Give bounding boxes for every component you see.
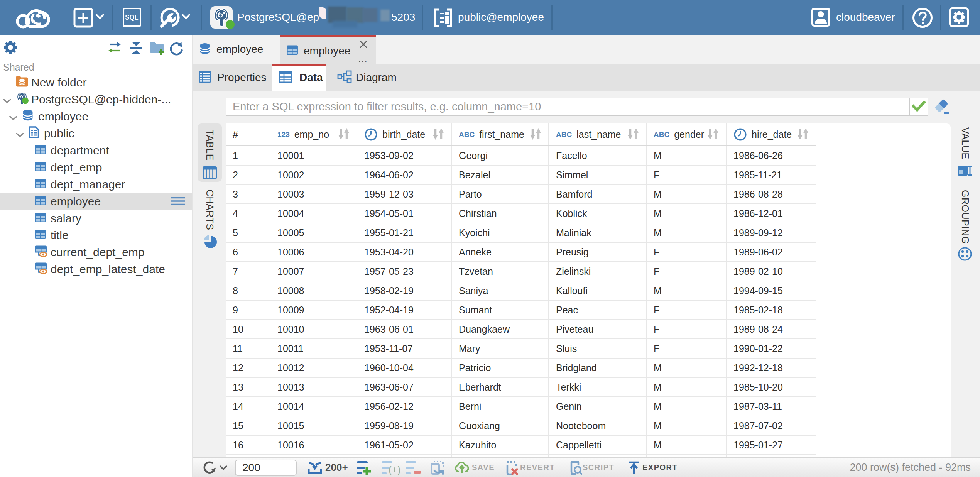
cell[interactable]: 1989-02-10	[726, 262, 816, 281]
cell[interactable]: Koblick	[549, 204, 646, 223]
cell[interactable]: 10011	[270, 339, 357, 358]
chevron-down-icon[interactable]	[181, 13, 191, 21]
cell[interactable]: 1959-12-03	[357, 184, 451, 204]
cell[interactable]: 10002	[270, 165, 357, 184]
tab-data[interactable]: Data	[272, 64, 326, 91]
cell[interactable]: 1958-02-19	[357, 281, 451, 300]
sidebar-settings-gear-icon[interactable]	[3, 40, 18, 56]
user-name[interactable]: cloudbeaver	[836, 0, 895, 35]
fetch-more-label[interactable]: 200+	[325, 458, 348, 477]
cell[interactable]	[226, 455, 270, 457]
sort-icon[interactable]	[796, 127, 809, 142]
cell[interactable]: 10005	[270, 223, 357, 242]
cell[interactable]: 1956-02-12	[357, 397, 451, 416]
cell[interactable]: 5	[226, 223, 270, 242]
cell[interactable]: 1986-12-01	[726, 204, 816, 223]
chevron-down-icon[interactable]	[9, 110, 17, 123]
table-row[interactable]: 16100161961-05-02KazuhitoCappellettiM199…	[226, 435, 816, 455]
cell[interactable]: M	[646, 146, 726, 165]
column-header-last_name[interactable]: ABClast_name	[549, 123, 646, 146]
tab-employee-table[interactable]: employee ...	[280, 35, 376, 64]
table-row[interactable]: 15100151959-08-19GuoxiangNooteboomM1987-…	[226, 416, 816, 435]
table-row[interactable]: 10100101963-06-01DuangkaewPiveteauF1989-…	[226, 320, 816, 339]
cell[interactable]: 13	[226, 377, 270, 397]
cell[interactable]: 1955-01-21	[357, 223, 451, 242]
cell[interactable]: F	[646, 320, 726, 339]
cell[interactable]: Genin	[549, 397, 646, 416]
script-icon[interactable]	[567, 458, 582, 477]
cell[interactable]: 10014	[270, 397, 357, 416]
cell[interactable]: Sluis	[549, 339, 646, 358]
refresh-tree-icon[interactable]	[169, 41, 184, 58]
cell[interactable]: 3	[226, 184, 270, 204]
table-row[interactable]: 1100011953-09-02GeorgiFacelloM1986-06-26	[226, 146, 816, 165]
cell[interactable]: M	[646, 281, 726, 300]
chevron-down-icon[interactable]	[95, 13, 105, 21]
cell[interactable]: Maliniak	[549, 223, 646, 242]
chevron-down-icon[interactable]	[220, 465, 227, 470]
cell[interactable]: F	[646, 339, 726, 358]
sort-icon[interactable]	[706, 127, 720, 142]
export-button[interactable]: EXPORT	[642, 458, 678, 477]
cell[interactable]: 10007	[270, 262, 357, 281]
cell[interactable]: M	[646, 358, 726, 377]
cloudbeaver-logo-icon[interactable]	[14, 4, 53, 32]
tree-item-department[interactable]: department	[0, 142, 192, 159]
cell[interactable]: Eberhardt	[451, 377, 549, 397]
cell[interactable]: F	[646, 262, 726, 281]
cell[interactable]: 1952-04-19	[357, 300, 451, 320]
cell[interactable]: Facello	[549, 146, 646, 165]
cell[interactable]: 1989-06-02	[726, 242, 816, 262]
cell[interactable]: 1954-05-01	[357, 204, 451, 223]
cell[interactable]: 1957-05-23	[357, 262, 451, 281]
schema-icon[interactable]	[433, 8, 453, 29]
cell[interactable]: 1990-01-22	[726, 339, 816, 358]
cell[interactable]: 1953-09-02	[357, 146, 451, 165]
sync-connection-icon[interactable]	[108, 41, 121, 56]
table-row[interactable]: 7100071957-05-23TzvetanZielinskiF1989-02…	[226, 262, 816, 281]
cell[interactable]: Simmel	[549, 165, 646, 184]
cell[interactable]: Patricio	[451, 358, 549, 377]
cell[interactable]: 8	[226, 281, 270, 300]
cell[interactable]: 1992-12-18	[726, 358, 816, 377]
tab-grouping-panel[interactable]: GROUPING	[951, 190, 979, 263]
tab-diagram[interactable]: Diagram	[326, 64, 404, 91]
cell[interactable]	[451, 455, 549, 457]
table-row[interactable]: 2100021964-06-02BezalelSimmelF1985-11-21	[226, 165, 816, 184]
connection-name[interactable]: PostgreSQL@ep	[237, 0, 319, 35]
column-header-hire_date[interactable]: hire_date	[726, 123, 816, 146]
cell[interactable]: 1953-11-07	[357, 339, 451, 358]
tools-icon[interactable]	[159, 7, 181, 30]
sort-icon[interactable]	[627, 127, 640, 142]
table-row[interactable]: 14100141956-02-12BerniGeninM1987-03-11	[226, 397, 816, 416]
cell[interactable]: F	[646, 165, 726, 184]
cell[interactable]: 1985-11-21	[726, 165, 816, 184]
cell[interactable]	[270, 455, 357, 457]
column-header-first_name[interactable]: ABCfirst_name	[451, 123, 549, 146]
tree-item-dept-manager[interactable]: dept_manager	[0, 176, 192, 193]
chevron-down-icon[interactable]	[16, 127, 24, 140]
cell[interactable]: Saniya	[451, 281, 549, 300]
refresh-results-icon[interactable]	[202, 458, 227, 477]
cell[interactable]: Georgi	[451, 146, 549, 165]
cell[interactable]: 7	[226, 262, 270, 281]
cell[interactable]: 10006	[270, 242, 357, 262]
cell[interactable]: 10012	[270, 358, 357, 377]
cell[interactable]: 4	[226, 204, 270, 223]
drag-handle-icon[interactable]	[171, 195, 185, 208]
column-header-emp_no[interactable]: 123emp_no	[270, 123, 357, 146]
page-size-input[interactable]	[235, 460, 297, 476]
tree-item-current-dept-emp[interactable]: current_dept_emp	[0, 244, 192, 261]
cell[interactable]: Kalloufi	[549, 281, 646, 300]
tree-item-salary[interactable]: salary	[0, 210, 192, 227]
script-button[interactable]: SCRIPT	[583, 458, 614, 477]
cell[interactable]: 10009	[270, 300, 357, 320]
fetch-page-icon[interactable]	[307, 458, 323, 477]
cell[interactable]: 1985-10-20	[726, 377, 816, 397]
cell[interactable]: 2	[226, 165, 270, 184]
cell[interactable]: 1987-07-02	[726, 416, 816, 435]
table-row[interactable]: 8100081958-02-19SaniyaKalloufiM1994-09-1…	[226, 281, 816, 300]
tree-item-public[interactable]: public	[0, 125, 192, 142]
cell[interactable]: 16	[226, 435, 270, 455]
cell[interactable]: M	[646, 397, 726, 416]
